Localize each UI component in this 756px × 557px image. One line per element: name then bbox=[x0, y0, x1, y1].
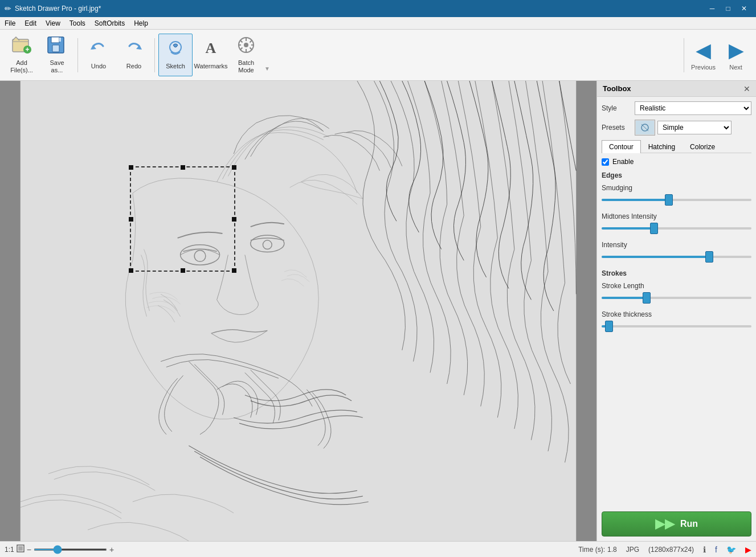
zoom-out-button[interactable]: − bbox=[27, 545, 31, 554]
edges-header: Edges bbox=[602, 171, 751, 179]
tab-colorize[interactable]: Colorize bbox=[683, 140, 722, 153]
next-icon: ▶ bbox=[729, 40, 743, 62]
youtube-icon[interactable]: ▶ bbox=[745, 545, 751, 554]
svg-rect-6 bbox=[59, 38, 61, 42]
presets-label: Presets bbox=[602, 124, 630, 132]
menu-help[interactable]: Help bbox=[129, 17, 153, 29]
sketch-icon bbox=[165, 39, 186, 60]
intensity-thumb[interactable] bbox=[705, 251, 713, 263]
menu-edit[interactable]: Edit bbox=[20, 17, 41, 29]
menu-tools[interactable]: Tools bbox=[65, 17, 90, 29]
menu-file[interactable]: File bbox=[0, 17, 20, 29]
style-select[interactable]: Realistic Simple Detailed Artistic bbox=[635, 101, 751, 115]
stroke-length-thumb[interactable] bbox=[643, 292, 651, 304]
stroke-length-group: Stroke Length bbox=[602, 282, 751, 304]
intensity-group: Intensity bbox=[602, 241, 751, 263]
maximize-button[interactable]: □ bbox=[721, 3, 735, 14]
smudging-fill bbox=[602, 199, 669, 201]
stroke-thickness-slider-container bbox=[602, 321, 751, 332]
toolbox-close-button[interactable]: ✕ bbox=[743, 85, 750, 93]
zoom-slider[interactable] bbox=[34, 548, 107, 551]
stroke-length-slider-container bbox=[602, 292, 751, 304]
stroke-length-track bbox=[602, 297, 751, 299]
separator-1 bbox=[77, 38, 78, 72]
format-label: JPG bbox=[626, 546, 639, 554]
zoom-in-button[interactable]: + bbox=[109, 545, 114, 554]
menu-softorbits[interactable]: SoftOrbits bbox=[90, 17, 129, 29]
facebook-icon[interactable]: f bbox=[715, 545, 717, 554]
midtones-slider-container bbox=[602, 223, 751, 234]
presets-row: Presets Simple Standard Complex bbox=[602, 120, 751, 136]
style-label: Style bbox=[602, 104, 630, 112]
run-icon: ▶▶ bbox=[655, 517, 675, 531]
next-button[interactable]: ▶ Next bbox=[720, 34, 751, 76]
enable-row: Enable bbox=[602, 158, 751, 166]
dimensions-status: (1280x877x24) bbox=[648, 546, 694, 554]
undo-button[interactable]: Undo bbox=[81, 34, 116, 76]
svg-point-12 bbox=[244, 43, 248, 47]
stroke-thickness-group: Stroke thickness bbox=[602, 310, 751, 332]
window-title: Sketch Drawer Pro - girl.jpg* bbox=[15, 5, 705, 13]
previous-icon: ◀ bbox=[696, 40, 710, 62]
stroke-thickness-label: Stroke thickness bbox=[602, 310, 751, 318]
add-files-button[interactable]: + AddFile(s)... bbox=[5, 34, 39, 76]
smudging-label: Smudging bbox=[602, 184, 751, 192]
intensity-label: Intensity bbox=[602, 241, 751, 249]
enable-label[interactable]: Enable bbox=[612, 158, 634, 166]
info-icon[interactable]: ℹ bbox=[703, 545, 706, 554]
intensity-slider-container bbox=[602, 251, 751, 263]
svg-text:+: + bbox=[25, 46, 29, 54]
zoom-fit-button[interactable] bbox=[17, 544, 24, 554]
menu-view[interactable]: View bbox=[41, 17, 65, 29]
tab-contour[interactable]: Contour bbox=[602, 140, 641, 153]
batch-mode-button[interactable]: BatchMode bbox=[229, 34, 263, 76]
canvas-area[interactable] bbox=[0, 81, 596, 541]
svg-rect-4 bbox=[51, 37, 59, 43]
svg-marker-7 bbox=[91, 45, 96, 50]
redo-button[interactable]: Redo bbox=[117, 34, 151, 76]
svg-rect-5 bbox=[52, 45, 59, 52]
minimize-button[interactable]: ─ bbox=[705, 3, 720, 14]
save-as-button[interactable]: Saveas... bbox=[40, 34, 74, 76]
style-row: Style Realistic Simple Detailed Artistic bbox=[602, 101, 751, 115]
strokes-header: Strokes bbox=[602, 269, 751, 277]
add-files-label: AddFile(s)... bbox=[10, 59, 33, 74]
toolbar-expand[interactable]: ▼ bbox=[264, 65, 270, 72]
preset-icon-1 bbox=[635, 120, 655, 136]
zoom-controls: 1:1 − + bbox=[5, 544, 114, 554]
sketch-button[interactable]: Sketch bbox=[158, 34, 193, 76]
time-label: Time (s): bbox=[578, 546, 605, 554]
watermarks-icon: A bbox=[201, 39, 221, 60]
svg-rect-13 bbox=[21, 81, 577, 541]
batch-mode-icon bbox=[236, 36, 256, 57]
batch-mode-label: BatchMode bbox=[238, 59, 254, 74]
toolbox-header: Toolbox ✕ bbox=[597, 81, 756, 97]
twitter-icon[interactable]: 🐦 bbox=[726, 545, 736, 554]
midtones-fill bbox=[602, 227, 654, 230]
stroke-thickness-track bbox=[602, 325, 751, 327]
svg-text:A: A bbox=[206, 40, 216, 56]
svg-marker-8 bbox=[136, 45, 142, 50]
previous-button[interactable]: ◀ Previous bbox=[688, 34, 719, 76]
presets-select[interactable]: Simple Standard Complex bbox=[657, 121, 732, 134]
app-icon: ✏ bbox=[5, 4, 11, 13]
undo-icon bbox=[88, 39, 109, 60]
midtones-track bbox=[602, 227, 751, 230]
separator-2 bbox=[154, 38, 155, 72]
midtones-thumb[interactable] bbox=[650, 223, 658, 234]
smudging-thumb[interactable] bbox=[665, 194, 673, 206]
titlebar: ✏ Sketch Drawer Pro - girl.jpg* ─ □ ✕ bbox=[0, 0, 756, 17]
menubar: File Edit View Tools SoftOrbits Help bbox=[0, 17, 756, 30]
nav-section: ◀ Previous ▶ Next bbox=[684, 34, 751, 76]
time-value: 1.8 bbox=[607, 546, 617, 554]
run-button[interactable]: ▶▶ Run bbox=[602, 511, 751, 536]
enable-checkbox[interactable] bbox=[602, 158, 609, 166]
stroke-thickness-thumb[interactable] bbox=[605, 321, 613, 332]
smudging-group: Smudging bbox=[602, 184, 751, 206]
svg-rect-22 bbox=[18, 546, 23, 551]
statusbar: 1:1 − + Time (s): 1.8 JPG (1280x877x24) … bbox=[0, 541, 756, 557]
close-button[interactable]: ✕ bbox=[737, 3, 751, 14]
watermarks-button[interactable]: A Watermarks bbox=[194, 34, 228, 76]
tab-hatching[interactable]: Hatching bbox=[641, 140, 683, 153]
save-as-label: Saveas... bbox=[50, 59, 64, 74]
